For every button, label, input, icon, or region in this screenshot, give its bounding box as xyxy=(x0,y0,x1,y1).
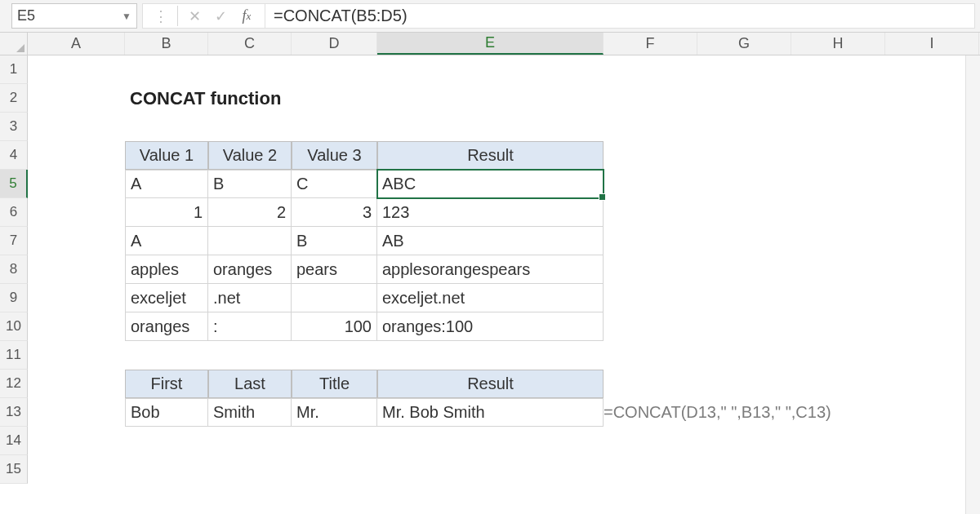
column-header-F[interactable]: F xyxy=(604,33,697,55)
row-header-2[interactable]: 2 xyxy=(0,84,28,113)
table1-r0-c1[interactable]: B xyxy=(208,170,292,198)
table1-header-3[interactable]: Result xyxy=(377,141,604,170)
table2-header-0[interactable]: First xyxy=(125,370,208,398)
column-header-D[interactable]: D xyxy=(292,33,377,55)
table1-r5-c0[interactable]: oranges xyxy=(125,312,208,341)
row-header-14[interactable]: 14 xyxy=(0,427,28,455)
formula-bar: E5 ▼ ⋮ ✕ ✓ fx =CONCAT(B5:D5) xyxy=(0,0,980,33)
formula-input[interactable]: =CONCAT(B5:D5) xyxy=(265,3,975,29)
table1-r3-c0[interactable]: apples xyxy=(125,255,208,284)
table1-r0-c0[interactable]: A xyxy=(125,170,208,198)
row-header-5[interactable]: 5 xyxy=(0,170,28,198)
row-header-10[interactable]: 10 xyxy=(0,312,28,341)
table1-r0-c3[interactable]: ABC xyxy=(377,170,604,198)
row-header-9[interactable]: 9 xyxy=(0,284,28,312)
table1-r1-c3[interactable]: 123 xyxy=(377,198,604,227)
row-header-12[interactable]: 12 xyxy=(0,370,28,398)
column-header-B[interactable]: B xyxy=(125,33,208,55)
enter-icon[interactable]: ✓ xyxy=(207,4,234,28)
separator xyxy=(177,6,178,26)
table1-r4-c1[interactable]: .net xyxy=(208,284,292,312)
column-headers: ABCDEFGHI xyxy=(0,33,980,55)
table1-r1-c1[interactable]: 2 xyxy=(208,198,292,227)
table1-r2-c0[interactable]: A xyxy=(125,227,208,255)
worksheet: ABCDEFGHI 123456789101112131415 CONCAT f… xyxy=(0,33,980,514)
table1-r4-c0[interactable]: exceljet xyxy=(125,284,208,312)
formula-bar-controls: ⋮ ✕ ✓ fx xyxy=(142,3,265,29)
table1-header-1[interactable]: Value 2 xyxy=(208,141,292,170)
table1-r2-c1[interactable] xyxy=(208,227,292,255)
table1-header-2[interactable]: Value 3 xyxy=(292,141,377,170)
table1-r5-c1[interactable]: : xyxy=(208,312,292,341)
row-header-11[interactable]: 11 xyxy=(0,341,28,370)
table2-r0-c1[interactable]: Smith xyxy=(208,398,292,427)
vertical-scrollbar[interactable] xyxy=(965,55,980,514)
table1-r3-c1[interactable]: oranges xyxy=(208,255,292,284)
formula-dropdown-icon[interactable]: ⋮ xyxy=(148,4,174,28)
row-header-4[interactable]: 4 xyxy=(0,141,28,170)
table1-r3-c2[interactable]: pears xyxy=(292,255,377,284)
table1-r5-c3[interactable]: oranges:100 xyxy=(377,312,604,341)
column-header-H[interactable]: H xyxy=(791,33,885,55)
table2-r0-c2[interactable]: Mr. xyxy=(292,398,377,427)
column-header-E[interactable]: E xyxy=(377,33,604,55)
table2-r0-c3[interactable]: Mr. Bob Smith xyxy=(377,398,604,427)
cancel-icon[interactable]: ✕ xyxy=(181,4,207,28)
table1-header-0[interactable]: Value 1 xyxy=(125,141,208,170)
row-header-1[interactable]: 1 xyxy=(0,55,28,84)
table1-r0-c2[interactable]: C xyxy=(292,170,377,198)
select-all-corner[interactable] xyxy=(0,33,28,55)
name-box-dropdown-icon[interactable]: ▼ xyxy=(122,11,131,22)
row-header-15[interactable]: 15 xyxy=(0,455,28,484)
row-header-7[interactable]: 7 xyxy=(0,227,28,255)
column-header-G[interactable]: G xyxy=(697,33,791,55)
table2-header-1[interactable]: Last xyxy=(208,370,292,398)
table2-header-3[interactable]: Result xyxy=(377,370,604,398)
table2-header-2[interactable]: Title xyxy=(292,370,377,398)
row-header-3[interactable]: 3 xyxy=(0,113,28,141)
page-title: CONCAT function xyxy=(125,84,377,113)
formula-annotation: =CONCAT(D13," ",B13," ",C13) xyxy=(604,403,831,422)
table1-r1-c0[interactable]: 1 xyxy=(125,198,208,227)
column-header-A[interactable]: A xyxy=(28,33,125,55)
table1-r4-c3[interactable]: exceljet.net xyxy=(377,284,604,312)
table1-r2-c3[interactable]: AB xyxy=(377,227,604,255)
name-box[interactable]: E5 ▼ xyxy=(11,3,137,29)
row-header-8[interactable]: 8 xyxy=(0,255,28,284)
column-header-C[interactable]: C xyxy=(208,33,292,55)
table1-r4-c2[interactable] xyxy=(292,284,377,312)
insert-function-icon[interactable]: fx xyxy=(234,4,260,28)
row-header-6[interactable]: 6 xyxy=(0,198,28,227)
row-header-13[interactable]: 13 xyxy=(0,398,28,427)
formula-text: =CONCAT(B5:D5) xyxy=(274,7,408,25)
name-box-value: E5 xyxy=(17,7,35,24)
table1-r2-c2[interactable]: B xyxy=(292,227,377,255)
table1-r5-c2[interactable]: 100 xyxy=(292,312,377,341)
table1-r3-c3[interactable]: applesorangespears xyxy=(377,255,604,284)
table1-r1-c2[interactable]: 3 xyxy=(292,198,377,227)
column-header-I[interactable]: I xyxy=(885,33,979,55)
table2-r0-c0[interactable]: Bob xyxy=(125,398,208,427)
